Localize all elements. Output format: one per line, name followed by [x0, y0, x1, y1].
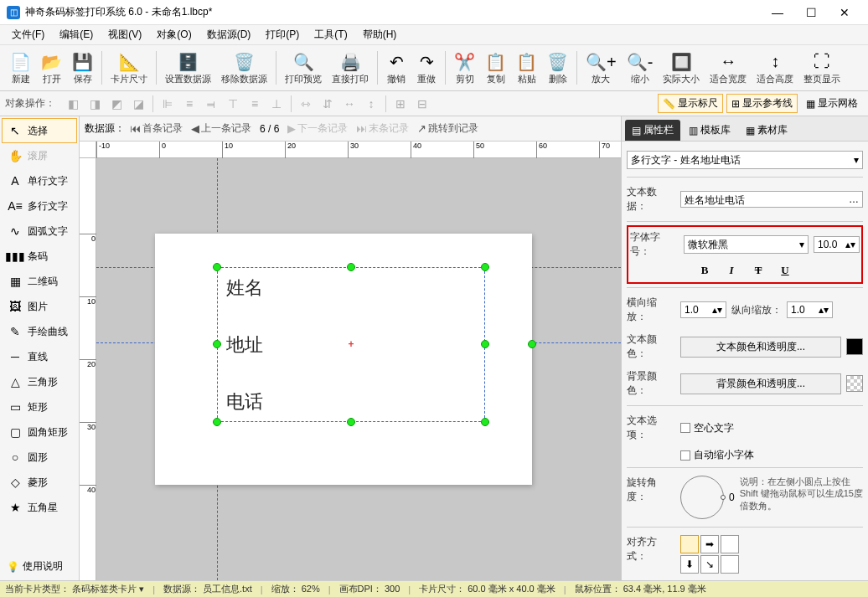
tool-直线[interactable]: ─直线: [2, 344, 77, 369]
tool-矩形[interactable]: ▭矩形: [2, 394, 77, 419]
tool-滚屏[interactable]: ✋滚屏: [2, 143, 77, 168]
handle-sw[interactable]: [213, 418, 221, 426]
tool-圆形[interactable]: ○圆形: [2, 445, 77, 470]
layer-front-icon[interactable]: ◧: [64, 95, 82, 113]
underline-button[interactable]: U: [778, 264, 793, 277]
toggle-显示标尺[interactable]: 📏显示标尺: [658, 94, 723, 113]
align-right-icon[interactable]: ⫤: [202, 95, 220, 113]
menu-item-6[interactable]: 工具(T): [307, 26, 354, 44]
distribute-h-icon[interactable]: ⇿: [297, 95, 315, 113]
layer-bottom-icon[interactable]: ◪: [129, 95, 147, 113]
toolbar-移除数据源[interactable]: 🗑️移除数据源: [216, 47, 272, 89]
ruler-vertical[interactable]: 010203040: [80, 158, 96, 580]
same-h-icon[interactable]: ↕: [362, 95, 380, 113]
toolbar-直接打印[interactable]: 🖨️直接打印: [327, 47, 374, 89]
jump-record-button[interactable]: ↗跳转到记录: [414, 121, 482, 136]
text-addr[interactable]: 地址: [226, 332, 263, 358]
toolbar-删除[interactable]: 🗑️删除: [542, 47, 573, 89]
menu-item-4[interactable]: 数据源(D): [200, 26, 258, 44]
menu-item-0[interactable]: 文件(F): [5, 26, 51, 44]
tool-图片[interactable]: 🖼图片: [2, 294, 77, 319]
text-data-input[interactable]: 姓名地址电话…: [680, 191, 863, 208]
align-left-icon[interactable]: ⊫: [158, 95, 177, 113]
align-ml[interactable]: ⬇: [680, 555, 699, 574]
font-size-spinner[interactable]: 10.0▴▾: [814, 236, 860, 253]
help-button[interactable]: 💡使用说明: [2, 554, 77, 579]
more-icon[interactable]: …: [849, 193, 859, 205]
handle-n[interactable]: [347, 263, 355, 271]
handle-e2[interactable]: [528, 340, 536, 348]
first-record-button[interactable]: ⏮首条记录: [127, 121, 186, 136]
close-button[interactable]: ✕: [828, 1, 861, 24]
font-family-select[interactable]: 微软雅黑▾: [684, 235, 809, 254]
align-tc[interactable]: ➡: [700, 535, 719, 553]
tab-properties[interactable]: ▤属性栏: [625, 120, 680, 141]
bold-button[interactable]: B: [697, 264, 712, 277]
textcolor-swatch[interactable]: [846, 338, 863, 355]
prev-record-button[interactable]: ◀上一条记录: [188, 121, 255, 136]
tool-多行文字[interactable]: A≡多行文字: [2, 193, 77, 219]
same-w-icon[interactable]: ↔: [340, 95, 359, 113]
handle-s[interactable]: [347, 418, 355, 426]
object-selector[interactable]: 多行文字 - 姓名地址电话▾: [627, 151, 863, 169]
align-mc[interactable]: ↘: [700, 555, 719, 574]
tool-圆弧文字[interactable]: ∿圆弧文字: [2, 219, 77, 244]
toolbar-复制[interactable]: 📋复制: [480, 47, 511, 89]
tool-条码[interactable]: ▮▮▮条码: [2, 244, 77, 269]
vscale-spinner[interactable]: 1.0▴▾: [787, 301, 833, 318]
layer-back-icon[interactable]: ◩: [107, 95, 126, 113]
maximize-button[interactable]: ☐: [794, 1, 828, 24]
align-top-icon[interactable]: ⊤: [224, 95, 242, 113]
toggle-显示参考线[interactable]: ⊞显示参考线: [726, 94, 798, 113]
bgcolor-swatch[interactable]: [846, 375, 863, 392]
minimize-button[interactable]: —: [761, 1, 794, 24]
handle-ne[interactable]: [481, 263, 489, 271]
align-bottom-icon[interactable]: ⊥: [267, 95, 286, 113]
toolbar-打印预览[interactable]: 🔍打印预览: [280, 47, 327, 89]
text-name[interactable]: 姓名: [226, 275, 263, 301]
last-record-button[interactable]: ⏭末条记录: [353, 121, 412, 136]
toolbar-卡片尺寸[interactable]: 📐卡片尺寸: [106, 47, 152, 89]
tool-单行文字[interactable]: A单行文字: [2, 168, 77, 193]
layer-mid-icon[interactable]: ◨: [85, 95, 104, 113]
toolbar-打开[interactable]: 📂打开: [36, 47, 67, 89]
italic-button[interactable]: I: [724, 264, 739, 277]
tool-圆角矩形[interactable]: ▢圆角矩形: [2, 419, 77, 445]
menu-item-5[interactable]: 打印(P): [259, 26, 306, 44]
tool-选择[interactable]: ↖选择: [2, 118, 77, 143]
tool-手绘曲线[interactable]: ✎手绘曲线: [2, 319, 77, 344]
bgcolor-button[interactable]: 背景颜色和透明度...: [680, 373, 841, 394]
tool-五角星[interactable]: ★五角星: [2, 495, 77, 520]
menu-item-3[interactable]: 对象(O): [150, 26, 198, 44]
hollow-checkbox[interactable]: [680, 423, 690, 433]
handle-w[interactable]: [213, 340, 221, 348]
toolbar-重做[interactable]: ↷重做: [411, 47, 442, 89]
toolbar-适合高度[interactable]: ↕适合高度: [752, 47, 798, 89]
align-tl[interactable]: [680, 535, 699, 553]
tool-三角形[interactable]: △三角形: [2, 369, 77, 394]
toggle-显示网格[interactable]: ▦显示网格: [801, 94, 863, 113]
align-tr[interactable]: [721, 535, 739, 553]
next-record-button[interactable]: ▶下一条记录: [284, 121, 351, 136]
menu-item-2[interactable]: 视图(V): [101, 26, 148, 44]
canvas[interactable]: 姓名 地址 电话 +: [96, 158, 621, 580]
align-center-icon[interactable]: ≡: [180, 95, 199, 113]
menu-item-1[interactable]: 编辑(E): [53, 26, 100, 44]
tab-templates[interactable]: ▥模板库: [682, 120, 737, 141]
toolbar-粘贴[interactable]: 📋粘贴: [511, 47, 542, 89]
strike-button[interactable]: T: [751, 264, 766, 277]
tool-二维码[interactable]: ▦二维码: [2, 269, 77, 294]
text-phone[interactable]: 电话: [226, 389, 263, 414]
toolbar-实际大小[interactable]: 🔲实际大小: [658, 47, 705, 89]
align-mr[interactable]: [721, 555, 739, 574]
tool-菱形[interactable]: ◇菱形: [2, 470, 77, 495]
handle-se[interactable]: [481, 418, 489, 426]
autoshrink-checkbox[interactable]: [680, 450, 690, 461]
align-mid-icon[interactable]: ≡: [245, 95, 264, 113]
toolbar-新建[interactable]: 📄新建: [5, 47, 36, 89]
toolbar-剪切[interactable]: ✂️剪切: [449, 47, 480, 89]
menu-item-7[interactable]: 帮助(H): [356, 26, 404, 44]
toolbar-缩小[interactable]: 🔍-缩小: [622, 47, 659, 89]
toolbar-放大[interactable]: 🔍+放大: [581, 47, 622, 89]
tab-assets[interactable]: ▦素材库: [739, 120, 794, 141]
